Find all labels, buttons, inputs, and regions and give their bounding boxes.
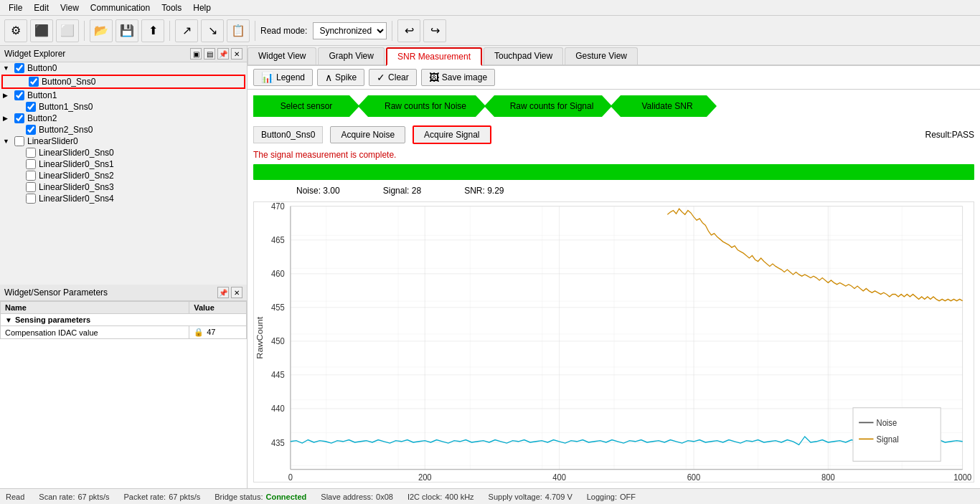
svg-text:200: 200 xyxy=(418,472,432,482)
spike-icon: ∧ xyxy=(325,72,332,83)
chart-area: 470 465 460 455 450 445 440 435 0 200 40… xyxy=(253,201,974,482)
bridge-status-value: Connected xyxy=(265,493,306,501)
open-btn[interactable]: 📂 xyxy=(90,19,113,42)
menu-tools[interactable]: Tools xyxy=(156,1,187,14)
menu-file[interactable]: File xyxy=(3,1,28,14)
acquire-noise-btn[interactable]: Acquire Noise xyxy=(330,126,405,143)
undo-btn[interactable]: ↩ xyxy=(397,19,420,42)
signal-metric: Signal: 28 xyxy=(383,186,421,196)
noise-label: Noise: xyxy=(296,186,321,196)
metrics-row: Noise: 3.00 Signal: 28 SNR: 9.29 xyxy=(253,186,974,196)
svg-text:445: 445 xyxy=(271,370,285,381)
export-btn[interactable]: ↗ xyxy=(175,19,198,42)
right-panel: Widget View Graph View SNR Measurement T… xyxy=(248,46,980,488)
checkbox-ls0sns1[interactable] xyxy=(26,159,36,169)
checkbox-btn2[interactable] xyxy=(14,113,24,123)
status-read-label: Read xyxy=(6,493,24,501)
pin-btn[interactable]: 📌 xyxy=(217,48,229,60)
toggle-btn0[interactable]: ▼ xyxy=(3,65,14,72)
checkbox-btn2sns0[interactable] xyxy=(26,125,36,135)
tree-item-button2[interactable]: ▶ Button2 xyxy=(0,113,247,124)
tab-widget-view[interactable]: Widget View xyxy=(248,47,316,65)
widget-tree[interactable]: ▼ Button0 Button0_Sns0 ▶ Button1 Button1… xyxy=(0,62,247,285)
signal-value: 28 xyxy=(412,186,421,196)
legend-btn[interactable]: 📊 Legend xyxy=(253,69,313,86)
menu-communication[interactable]: Communication xyxy=(85,1,156,14)
bridge-status-label: Bridge status: xyxy=(215,493,263,501)
tree-item-ls0sns2[interactable]: LinearSlider0_Sns2 xyxy=(0,170,247,181)
checkbox-btn0[interactable] xyxy=(14,63,24,73)
label-ls0sns0: LinearSlider0_Sns0 xyxy=(39,148,114,158)
tree-item-button1[interactable]: ▶ Button1 xyxy=(0,90,247,101)
tree-item-btn2sns0[interactable]: Button2_Sns0 xyxy=(0,124,247,135)
read-mode-select[interactable]: Synchronized xyxy=(313,22,387,39)
params-header: Widget/Sensor Parameters 📌 ✕ xyxy=(0,285,247,301)
save-image-btn[interactable]: 🖼 Save image xyxy=(421,69,495,86)
tab-gesture-view[interactable]: Gesture View xyxy=(565,47,638,65)
label-btn0: Button0 xyxy=(27,63,57,73)
step-label-1: Raw counts for Noise xyxy=(358,95,486,117)
tree-item-ls0sns1[interactable]: LinearSlider0_Sns1 xyxy=(0,158,247,170)
snr-metric: SNR: 9.29 xyxy=(464,186,504,196)
tree-item-ls0sns3[interactable]: LinearSlider0_Sns3 xyxy=(0,181,247,193)
tab-touchpad-view[interactable]: Touchpad View xyxy=(484,47,563,65)
toggle-btn2[interactable]: ▶ xyxy=(3,115,14,122)
toggle-btn1[interactable]: ▶ xyxy=(3,92,14,99)
checkbox-ls0sns2[interactable] xyxy=(26,171,36,181)
pause-btn[interactable]: ⬜ xyxy=(56,19,79,42)
settings-btn[interactable]: ⚙ xyxy=(4,19,27,42)
close-panel-btn[interactable]: ✕ xyxy=(231,48,242,60)
status-scan-rate: Scan rate: 67 pkts/s xyxy=(39,493,109,501)
menu-view[interactable]: View xyxy=(55,1,85,14)
acquire-signal-btn[interactable]: Acquire Signal xyxy=(413,125,491,144)
supply-voltage-label: Supply voltage: xyxy=(489,493,542,501)
tab-snr-measurement[interactable]: SNR Measurement xyxy=(386,47,482,66)
progress-bar xyxy=(253,164,974,180)
tree-item-ls0[interactable]: ▼ LinearSlider0 xyxy=(0,135,247,147)
checkbox-ls0sns4[interactable] xyxy=(26,194,36,204)
tree-item-ls0sns4[interactable]: LinearSlider0_Sns4 xyxy=(0,193,247,204)
tab-graph-view[interactable]: Graph View xyxy=(318,47,384,65)
main-layout: Widget Explorer ▣ ▤ 📌 ✕ ▼ Button0 Button… xyxy=(0,46,980,488)
collapse-all-btn[interactable]: ▣ xyxy=(190,48,202,60)
spike-btn[interactable]: ∧ Spike xyxy=(317,69,364,86)
svg-text:465: 465 xyxy=(271,235,285,246)
svg-text:Noise: Noise xyxy=(877,417,897,428)
stop-btn[interactable]: ⬛ xyxy=(30,19,53,42)
menu-edit[interactable]: Edit xyxy=(28,1,55,14)
checkbox-btn0sns0[interactable] xyxy=(29,77,39,87)
upload-btn[interactable]: ⬆ xyxy=(141,19,164,42)
snr-content: Select sensor Raw counts for Noise Raw c… xyxy=(248,90,980,488)
redo-btn[interactable]: ↪ xyxy=(423,19,446,42)
tree-item-btn1sns0[interactable]: Button1_Sns0 xyxy=(0,101,247,113)
checkbox-ls0sns0[interactable] xyxy=(26,148,36,158)
params-close-btn[interactable]: ✕ xyxy=(231,287,242,298)
params-title: Widget/Sensor Parameters xyxy=(4,287,108,298)
expand-all-btn[interactable]: ▤ xyxy=(204,48,215,60)
supply-voltage-value: 4.709 V xyxy=(545,493,573,501)
checkbox-ls0sns3[interactable] xyxy=(26,182,36,192)
svg-text:450: 450 xyxy=(271,336,285,347)
tree-item-button0[interactable]: ▼ Button0 xyxy=(0,62,247,74)
tab-bar: Widget View Graph View SNR Measurement T… xyxy=(248,46,980,66)
report-btn[interactable]: 📋 xyxy=(227,19,250,42)
export2-btn[interactable]: ↘ xyxy=(201,19,224,42)
measurement-row: Button0_Sns0 Acquire Noise Acquire Signa… xyxy=(253,125,974,144)
tree-item-ls0sns0[interactable]: LinearSlider0_Sns0 xyxy=(0,147,247,158)
checkbox-ls0[interactable] xyxy=(14,136,24,146)
save-btn[interactable]: 💾 xyxy=(116,19,138,42)
logging-label: Logging: xyxy=(587,493,617,501)
params-pin-btn[interactable]: 📌 xyxy=(217,287,229,298)
spike-label: Spike xyxy=(335,72,357,82)
save-image-label: Save image xyxy=(442,72,487,82)
scan-rate-label: Scan rate: xyxy=(39,493,75,501)
toggle-ls0[interactable]: ▼ xyxy=(3,138,14,145)
menu-help[interactable]: Help xyxy=(187,1,217,14)
noise-metric: Noise: 3.00 xyxy=(296,186,340,196)
clear-btn[interactable]: ✓ Clear xyxy=(369,69,417,86)
checkbox-btn1sns0[interactable] xyxy=(26,102,36,112)
checkbox-btn1[interactable] xyxy=(14,90,24,100)
menu-bar: File Edit View Communication Tools Help xyxy=(0,0,980,16)
svg-text:455: 455 xyxy=(271,303,285,313)
tree-item-btn0sns0[interactable]: Button0_Sns0 xyxy=(1,75,245,89)
